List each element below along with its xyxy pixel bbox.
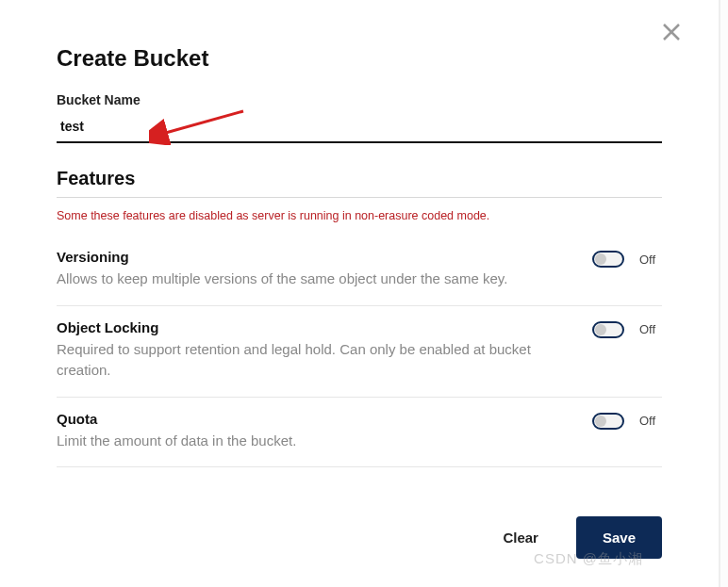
versioning-toggle[interactable]	[592, 251, 624, 268]
bucket-name-input[interactable]	[57, 113, 662, 143]
bucket-name-field-wrap	[57, 113, 662, 143]
create-bucket-panel: Create Bucket Bucket Name Features Some …	[0, 0, 719, 587]
action-bar: Clear Save	[495, 516, 662, 559]
feature-desc: Allows to keep multiple versions of the …	[57, 269, 573, 290]
features-warning: Some these features are disabled as serv…	[57, 198, 662, 236]
feature-desc: Required to support retention and legal …	[57, 339, 573, 382]
feature-name: Quota	[57, 411, 573, 427]
feature-versioning: Versioning Allows to keep multiple versi…	[57, 236, 662, 306]
features-heading: Features	[57, 168, 662, 198]
clear-button[interactable]: Clear	[495, 518, 546, 557]
save-button[interactable]: Save	[576, 516, 662, 559]
feature-name: Object Locking	[57, 319, 573, 335]
close-button[interactable]	[656, 17, 687, 47]
feature-desc: Limit the amount of data in the bucket.	[57, 431, 573, 452]
feature-name: Versioning	[57, 249, 573, 265]
object-locking-toggle-state: Off	[639, 322, 662, 336]
panel-right-edge	[719, 0, 728, 587]
feature-object-locking: Object Locking Required to support reten…	[57, 306, 662, 398]
object-locking-toggle[interactable]	[592, 321, 624, 338]
feature-quota: Quota Limit the amount of data in the bu…	[57, 398, 662, 468]
versioning-toggle-state: Off	[639, 253, 662, 267]
quota-toggle-state: Off	[639, 414, 662, 428]
close-icon	[660, 21, 683, 43]
bucket-name-label: Bucket Name	[57, 92, 662, 107]
quota-toggle[interactable]	[592, 413, 624, 430]
page-title: Create Bucket	[57, 45, 662, 72]
